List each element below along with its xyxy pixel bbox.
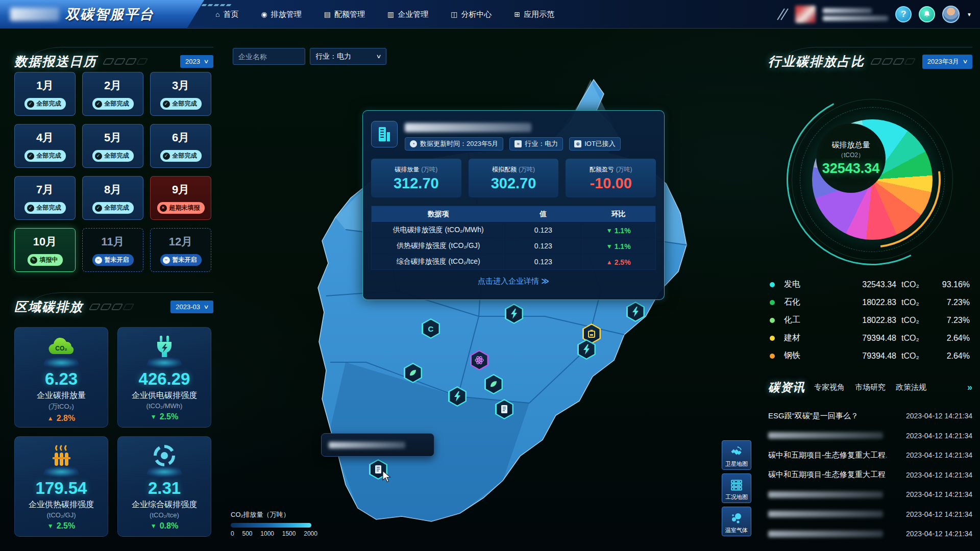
greenhouse-gas-button[interactable]: 温室气体 xyxy=(722,507,751,536)
news-item[interactable]: 碳中和五期项目-生态修复重大工程 2023-04-12 14:21:34 xyxy=(768,465,972,485)
nav-emission[interactable]: ◉ 排放管理 xyxy=(261,10,301,19)
molecule-icon xyxy=(730,512,743,525)
metric-card-heat-intensity[interactable]: 179.54 企业供热碳排强度 (tCO₂/GJ) ▼2.5% xyxy=(14,436,108,537)
month-card-jan[interactable]: 1月 ✓全部完成 xyxy=(14,72,76,116)
region-title: 区域碳排放 xyxy=(14,298,83,315)
news-item[interactable]: 2023-04-12 14:21:34 xyxy=(768,426,972,446)
check-icon: ✓ xyxy=(95,205,102,212)
partner-logo xyxy=(795,6,816,23)
topbar-right: ? ▼ xyxy=(780,0,972,29)
edit-icon: ✎ xyxy=(30,257,37,264)
main-nav: ⌂ 首页 ◉ 排放管理 ▤ 配额管理 ▥ 企业管理 ◫ 分析中心 ⊞ 应用示范 xyxy=(208,0,554,29)
document-icon xyxy=(374,465,382,474)
help-button[interactable]: ? xyxy=(895,6,912,22)
analysis-icon: ◫ xyxy=(451,10,457,18)
month-card-jul[interactable]: 7月 ✓全部完成 xyxy=(14,176,76,220)
industry-filter-dropdown[interactable]: 行业：电力 ∨ xyxy=(310,48,386,65)
check-icon: ✓ xyxy=(27,101,34,108)
operating-map-button[interactable]: 工况地图 xyxy=(722,473,751,503)
check-icon: ✓ xyxy=(27,205,34,212)
metric-card-power-intensity[interactable]: 426.29 企业供电碳排强度 (tCO₂/MWh) ▼2.5% xyxy=(117,327,211,428)
legend-row-petrochemical[interactable]: 石化 18022.83 tCO₂ 7.23% xyxy=(770,293,970,311)
industry-period-dropdown[interactable]: 2023年3月 ∨ xyxy=(922,55,972,69)
scale-ticks: 0 500 1000 1500 2000 xyxy=(231,530,317,537)
legend-row-building-materials[interactable]: 建材 79394.48 tCO₂ 2.64% xyxy=(770,329,970,347)
blurred-news-title xyxy=(768,432,883,439)
scale-title: CO₂排放量（万吨） xyxy=(231,510,317,519)
industry-legend: 发电 32543.34 tCO₂ 93.16% 石化 18022.83 tCO₂… xyxy=(770,276,970,365)
satellite-icon xyxy=(730,445,743,459)
minus-icon: − xyxy=(95,257,102,264)
user-menu-caret-icon[interactable]: ▼ xyxy=(967,12,972,17)
month-card-aug[interactable]: 8月 ✓全部完成 xyxy=(82,176,143,220)
news-item[interactable]: ESG跟“双碳”是一回事么？ 2023-04-12 14:21:34 xyxy=(768,406,972,426)
enter-company-detail-link[interactable]: 点击进入企业详情 ≫ xyxy=(371,277,656,286)
chevron-down-icon: ∨ xyxy=(962,58,968,65)
cross-icon: × xyxy=(160,205,167,212)
news-item[interactable]: 碳中和五期项目-生态修复重大工程... 2023-04-12 14:21:34 xyxy=(768,445,972,465)
home-icon: ⌂ xyxy=(215,10,219,18)
partner-name xyxy=(823,8,888,21)
legend-dot xyxy=(770,300,775,305)
nav-home[interactable]: ⌂ 首页 xyxy=(215,10,238,19)
nav-demo[interactable]: ⊞ 应用示范 xyxy=(514,10,554,19)
org-logo xyxy=(10,8,59,21)
nav-analysis[interactable]: ◫ 分析中心 xyxy=(451,10,492,19)
up-arrow-icon: ▲ xyxy=(47,415,54,422)
popup-company-block: ◔ 数据更新时间：2023年5月 ≈ 行业：电力 ⊕ IOT已接入 xyxy=(405,121,621,151)
legend-dot xyxy=(770,282,775,287)
month-card-sep[interactable]: 9月 ×超期未填报 xyxy=(150,176,211,220)
down-arrow-icon: ▼ xyxy=(151,522,157,530)
down-arrow-icon: ▼ xyxy=(151,413,157,420)
user-avatar[interactable] xyxy=(942,6,960,23)
chart-icon: ≈ xyxy=(514,140,522,147)
legend-dot xyxy=(770,336,775,341)
pedestal-glow xyxy=(42,357,81,368)
leaf-icon xyxy=(489,380,498,389)
metric-card-comprehensive-intensity[interactable]: 2.31 企业综合碳排强度 (tCO₂/tce) ▼0.8% xyxy=(117,436,211,537)
popup-table: 数据项 值 环比 供电碳排放强度 (tCO₂/MWh) 0.123 ▼1.1% … xyxy=(371,206,656,270)
satellite-map-button[interactable]: 卫星地图 xyxy=(722,440,751,470)
news-more-arrow[interactable]: » xyxy=(967,382,972,393)
blurred-news-title xyxy=(768,491,883,498)
company-search-input[interactable] xyxy=(233,48,305,65)
legend-row-steel[interactable]: 钢铁 79394.48 tCO₂ 2.64% xyxy=(770,347,970,365)
month-card-feb[interactable]: 2月 ✓全部完成 xyxy=(82,72,143,116)
nav-enterprise[interactable]: ▥ 企业管理 xyxy=(387,10,428,19)
double-arrow-icon: ≫ xyxy=(541,277,549,285)
notifications-button[interactable] xyxy=(919,6,935,22)
question-icon: ? xyxy=(901,9,906,19)
target-icon xyxy=(153,444,176,467)
news-item[interactable]: 2023-04-12 14:21:34 xyxy=(768,505,972,524)
atom-icon xyxy=(474,355,484,365)
mouse-cursor xyxy=(382,470,392,483)
title-decor xyxy=(872,58,914,65)
metric-card-emission[interactable]: CO₂ 6.23 企业碳排放量 (万tCO₂) ▲2.8% xyxy=(14,327,108,428)
calendar-year-dropdown[interactable]: 2023 ∨ xyxy=(180,55,213,68)
chevron-down-icon: ∨ xyxy=(203,58,209,65)
map-company-tooltip[interactable] xyxy=(321,433,434,457)
tab-policy[interactable]: 政策法规 xyxy=(896,383,926,392)
month-card-oct[interactable]: 10月 ✎填报中 xyxy=(14,228,76,272)
region-period-dropdown[interactable]: 2023-03 ∨ xyxy=(170,300,213,313)
nav-quota[interactable]: ▤ 配额管理 xyxy=(324,10,365,19)
news-item[interactable]: 2023-04-12 14:21:34 xyxy=(768,524,972,544)
month-card-may[interactable]: 5月 ✓全部完成 xyxy=(82,124,143,168)
calendar-grid: 1月 ✓全部完成 2月 ✓全部完成 3月 ✓全部完成 4月 ✓全部完成 5月 ✓… xyxy=(14,72,214,272)
tab-expert-view[interactable]: 专家视角 xyxy=(814,383,845,392)
legend-dot xyxy=(770,318,775,323)
update-time-tag: ◔ 数据更新时间：2023年5月 xyxy=(405,137,503,151)
down-arrow-icon: ▼ xyxy=(47,522,54,530)
tab-market-research[interactable]: 市场研究 xyxy=(855,383,886,392)
lightning-icon xyxy=(631,306,640,317)
news-item[interactable]: 2023-04-12 14:21:34 xyxy=(768,485,972,505)
month-card-nov[interactable]: 11月 −暂未开启 xyxy=(82,228,143,272)
month-card-dec[interactable]: 12月 −暂未开启 xyxy=(150,228,211,272)
month-card-mar[interactable]: 3月 ✓全部完成 xyxy=(150,72,211,116)
month-card-apr[interactable]: 4月 ✓全部完成 xyxy=(14,124,76,168)
top-bar: 双碳智服平台 ⌂ 首页 ◉ 排放管理 ▤ 配额管理 ▥ 企业管理 ◫ 分析中心 xyxy=(0,0,980,29)
legend-row-power[interactable]: 发电 32543.34 tCO₂ 93.16% xyxy=(770,276,970,293)
industry-donut-chart[interactable]: 碳排放总量 （tCO2） 32543.34 xyxy=(791,98,954,261)
month-card-jun[interactable]: 6月 ✓全部完成 xyxy=(150,124,211,168)
legend-row-chemical[interactable]: 化工 18022.83 tCO₂ 7.23% xyxy=(770,311,970,329)
